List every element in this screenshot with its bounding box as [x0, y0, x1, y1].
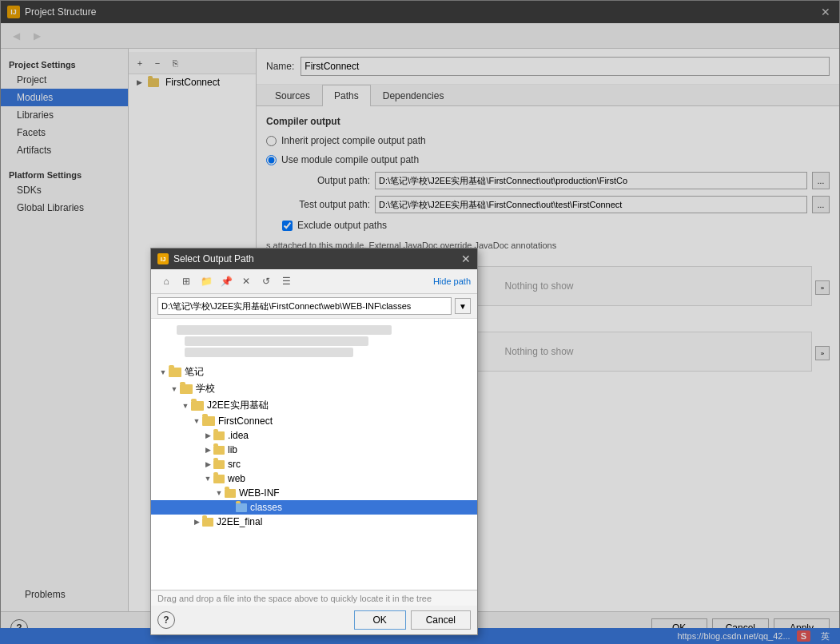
dialog-bookmark-button[interactable]: 📌	[217, 272, 235, 290]
dialog-newfolder-button[interactable]: 📁	[197, 272, 215, 290]
tree-node-classes[interactable]: classes	[151, 500, 477, 515]
dialog-help-button[interactable]: ?	[157, 611, 175, 629]
folder-icon-webinf	[225, 489, 236, 498]
node-label-notebook: 笔记	[185, 365, 204, 379]
tree-node-lib[interactable]: ▶ lib	[151, 443, 477, 457]
node-label-idea: .idea	[228, 430, 249, 441]
expand-arrow-src: ▶	[202, 460, 213, 468]
folder-icon-classes	[236, 503, 247, 512]
dialog-title-left: IJ Select Output Path	[157, 253, 254, 264]
folder-icon-school	[180, 384, 193, 394]
tree-node-web[interactable]: ▼ web	[151, 471, 477, 486]
dialog-title: Select Output Path	[173, 253, 254, 264]
folder-icon-idea	[213, 431, 225, 440]
tree-node-notebook[interactable]: ▼ 笔记	[151, 364, 477, 380]
dialog-path-row: ▼	[151, 294, 477, 319]
folder-icon-j2ee	[191, 401, 204, 411]
dialog-refresh-button[interactable]: ↺	[257, 272, 275, 290]
tree-node-j2ee[interactable]: ▼ J2EE实用基础	[151, 397, 477, 414]
expand-arrow-idea: ▶	[202, 431, 213, 439]
dialog-path-browse-button[interactable]: ▼	[455, 298, 471, 314]
node-label-classes: classes	[250, 502, 282, 513]
expand-arrow-school: ▼	[169, 385, 180, 393]
expand-arrow-webinf: ▼	[213, 489, 225, 497]
node-label-lib: lib	[228, 444, 237, 455]
tree-node-idea[interactable]: ▶ .idea	[151, 428, 477, 443]
node-label-j2ee: J2EE实用基础	[207, 399, 269, 412]
hide-path-link[interactable]: Hide path	[433, 276, 471, 286]
blurred-items	[151, 319, 477, 364]
node-label-webinf: WEB-INF	[239, 487, 280, 499]
tree-node-webinf[interactable]: ▼ WEB-INF	[151, 486, 477, 500]
dialog-path-input[interactable]	[157, 297, 452, 315]
tree-node-j2ee-final[interactable]: ▶ J2EE_final	[151, 515, 477, 529]
dialog-toolbar: ⌂ ⊞ 📁 📌 ✕ ↺ ☰ Hide path	[151, 269, 477, 294]
folder-icon-web	[213, 475, 225, 483]
expand-arrow-lib: ▶	[202, 446, 213, 454]
expand-arrow-notebook: ▼	[157, 368, 169, 376]
dialog-grid-button[interactable]: ⊞	[177, 272, 195, 290]
node-label-school: 学校	[196, 382, 215, 396]
dialog-cancel-button[interactable]: Cancel	[411, 610, 471, 630]
node-label-firstconnect: FirstConnect	[218, 415, 273, 427]
expand-arrow-j2ee-final: ▶	[191, 518, 202, 526]
dialog-title-bar: IJ Select Output Path ✕	[151, 248, 477, 269]
folder-icon-firstconnect	[202, 416, 215, 426]
dialog-delete-button[interactable]: ✕	[237, 272, 255, 290]
expand-arrow-web: ▼	[202, 475, 213, 483]
node-label-src: src	[228, 459, 241, 470]
folder-icon-j2ee-final	[202, 518, 213, 527]
tree-node-firstconnect[interactable]: ▼ FirstConnect	[151, 414, 477, 428]
tree-node-school[interactable]: ▼ 学校	[151, 380, 477, 397]
dialog-home-button[interactable]: ⌂	[157, 272, 175, 290]
folder-icon-notebook	[169, 368, 181, 377]
dialog-bottom-right: OK Cancel	[354, 610, 471, 630]
dialog-icon: IJ	[157, 253, 169, 264]
dialog-hint: Drag and drop a file into the space abov…	[151, 590, 477, 606]
node-label-web: web	[228, 473, 245, 484]
dialog-toolbar-left: ⌂ ⊞ 📁 📌 ✕ ↺ ☰	[157, 272, 295, 290]
expand-arrow-j2ee: ▼	[180, 402, 191, 410]
select-output-path-dialog: IJ Select Output Path ✕ ⌂ ⊞ 📁 📌 ✕ ↺ ☰ Hi…	[150, 248, 478, 635]
folder-icon-lib	[213, 446, 225, 455]
dialog-list-button[interactable]: ☰	[277, 272, 295, 290]
tree-node-src[interactable]: ▶ src	[151, 457, 477, 471]
dialog-ok-button[interactable]: OK	[354, 610, 406, 630]
dialog-close-button[interactable]: ✕	[461, 252, 471, 265]
node-label-j2ee-final: J2EE_final	[217, 516, 262, 527]
folder-icon-src	[213, 460, 225, 469]
dialog-bottom: ? OK Cancel	[151, 606, 477, 634]
expand-arrow-firstconnect: ▼	[191, 417, 202, 425]
dialog-tree[interactable]: ▼ 笔记 ▼ 学校 ▼ J2EE实用基础 ▼ FirstConnect ▶ .i…	[151, 319, 477, 590]
